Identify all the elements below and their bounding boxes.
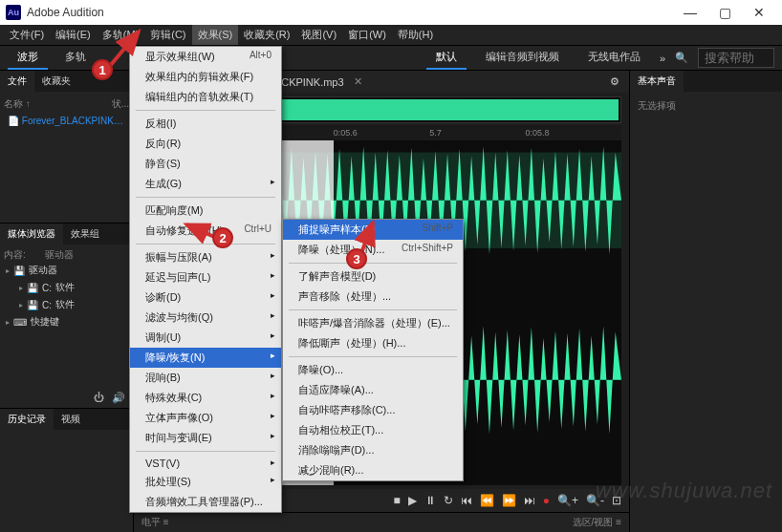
menu-invert[interactable]: 反相(I)	[130, 114, 281, 134]
annotation-badge-3: 3	[346, 248, 367, 269]
mini-transport: ⏻ 🔊	[0, 388, 133, 408]
menu-auto-heal[interactable]: 自动修复选区(H)Ctrl+U	[130, 221, 281, 241]
submenu-hiss-reduction[interactable]: 降低嘶声（处理）(H)...	[283, 333, 463, 353]
close-button[interactable]: ✕	[742, 5, 776, 20]
submenu-capture-noise-print[interactable]: 捕捉噪声样本(B)Shift+P	[283, 220, 463, 240]
title-bar: Au Adobe Audition — ▢ ✕	[0, 0, 782, 25]
annotation-badge-2: 2	[212, 227, 233, 248]
submenu-dereverb[interactable]: 减少混响(R)...	[283, 460, 463, 480]
effects-rack-tab[interactable]: 效果组	[63, 223, 107, 245]
help-search-input[interactable]	[698, 48, 774, 68]
maximize-button[interactable]: ▢	[707, 5, 742, 20]
record-button[interactable]: ●	[543, 494, 550, 507]
tree-drives[interactable]: 💾 驱动器	[4, 262, 129, 279]
menu-vst[interactable]: VST(V)▸	[130, 455, 281, 472]
left-panel-stack: 文件 收藏夹 名称 ↑状... 📄 Forever_BLACKPINK.mp3 …	[0, 71, 134, 532]
file-item[interactable]: 📄 Forever_BLACKPINK.mp3	[4, 113, 129, 129]
submenu-click-pop[interactable]: 咔嗒声/爆音消除器（处理）(E)...	[283, 313, 463, 333]
menu-clip[interactable]: 剪辑(C)	[144, 25, 191, 45]
menu-multitrack[interactable]: 多轨(M)	[97, 25, 145, 45]
video-tab[interactable]: 视频	[54, 409, 88, 430]
menu-special[interactable]: 特殊效果(C)▸	[130, 388, 281, 408]
submenu-denoise[interactable]: 降噪(O)...	[283, 360, 463, 380]
pause-button[interactable]: ⏸	[424, 494, 436, 507]
menu-reverb[interactable]: 混响(B)▸	[130, 368, 281, 388]
menu-edit[interactable]: 编辑(E)	[50, 25, 97, 45]
media-col-content: 内容:	[4, 248, 26, 262]
effects-menu-dropdown: 显示效果组(W)Alt+0 效果组内的剪辑效果(F) 编辑组内的音轨效果(T) …	[129, 46, 282, 513]
submenu-auto-phase[interactable]: 自动相位校正(T)...	[283, 420, 463, 440]
menu-view[interactable]: 视图(V)	[295, 25, 342, 45]
menu-diagnostics[interactable]: 诊断(D)▸	[130, 287, 281, 308]
menu-generate[interactable]: 生成(G)▸	[130, 174, 281, 194]
menu-bar: 文件(F) 编辑(E) 多轨(M) 剪辑(C) 效果(S) 收藏夹(R) 视图(…	[0, 25, 782, 46]
selection-view-tab[interactable]: 选区/视图 ≡	[573, 516, 621, 529]
noise-reduction-submenu: 捕捉噪声样本(B)Shift+P 降噪（处理）(N)...Ctrl+Shift+…	[282, 219, 464, 481]
menu-window[interactable]: 窗口(W)	[342, 25, 392, 45]
files-col-name[interactable]: 名称 ↑	[4, 98, 31, 109]
submenu-auto-click-remove[interactable]: 自动咔嗒声移除(C)...	[283, 400, 463, 420]
right-panel: 基本声音 无选择项	[629, 71, 782, 532]
mini-volume-icon[interactable]: 🔊	[112, 392, 125, 404]
loop-button[interactable]: ↻	[444, 494, 453, 507]
editor-close-icon[interactable]: ✕	[354, 75, 362, 88]
toolbar-more[interactable]: »	[660, 53, 665, 64]
history-tab[interactable]: 历史记录	[0, 409, 54, 430]
menu-plugin-manager[interactable]: 音频增效工具管理器(P)...	[130, 492, 281, 512]
submenu-learn-sound-model[interactable]: 了解声音模型(D)	[283, 266, 463, 287]
app-title: Adobe Audition	[27, 6, 104, 19]
workspace-multitrack[interactable]: 多轨	[55, 46, 96, 70]
submenu-noise-reduction-process[interactable]: 降噪（处理）(N)...Ctrl+Shift+P	[283, 240, 463, 260]
files-col-status[interactable]: 状...	[112, 97, 129, 111]
app-logo: Au	[6, 5, 21, 20]
layout-audio2video[interactable]: 编辑音频到视频	[476, 46, 569, 70]
workspace-bar: 波形 多轨 默认 编辑音频到视频 无线电作品 » 🔍	[0, 46, 782, 71]
favorites-tab[interactable]: 收藏夹	[34, 71, 78, 92]
menu-modulation[interactable]: 调制(U)▸	[130, 328, 281, 348]
skip-fwd-button[interactable]: ⏭	[524, 494, 535, 507]
submenu-sound-remover[interactable]: 声音移除（处理）...	[283, 287, 463, 307]
layout-radio[interactable]: 无线电作品	[578, 46, 650, 70]
search-icon: 🔍	[675, 52, 688, 64]
rewind-button[interactable]: ⏪	[480, 494, 494, 507]
menu-match-loudness[interactable]: 匹配响度(M)	[130, 201, 281, 221]
files-tab[interactable]: 文件	[0, 71, 34, 92]
workspace-waveform[interactable]: 波形	[8, 46, 48, 70]
menu-stereo-imagery[interactable]: 立体声声像(O)▸	[130, 408, 281, 428]
menu-silence[interactable]: 静音(S)	[130, 154, 281, 174]
menu-filter-eq[interactable]: 滤波与均衡(Q)▸	[130, 308, 281, 328]
mini-power-icon[interactable]: ⏻	[94, 392, 104, 404]
stop-button[interactable]: ■	[393, 494, 400, 507]
menu-noise-reduction[interactable]: 降噪/恢复(N)▸	[130, 348, 281, 368]
menu-clip-effects[interactable]: 效果组内的剪辑效果(F)	[130, 67, 281, 87]
annotation-badge-1: 1	[92, 59, 113, 80]
menu-help[interactable]: 帮助(H)	[392, 25, 439, 45]
tree-shortcuts[interactable]: ⌨ 快捷键	[4, 313, 129, 330]
menu-effects[interactable]: 效果(S)	[192, 25, 239, 45]
menu-time-pitch[interactable]: 时间与变调(E)▸	[130, 428, 281, 448]
skip-back-button[interactable]: ⏮	[461, 494, 472, 507]
menu-amplitude[interactable]: 振幅与压限(A)▸	[130, 247, 281, 267]
media-browser-tab[interactable]: 媒体浏览器	[0, 223, 63, 245]
zoom-in-icon[interactable]: 🔍+	[557, 494, 578, 507]
menu-delay-echo[interactable]: 延迟与回声(L)▸	[130, 267, 281, 287]
layout-default[interactable]: 默认	[426, 46, 467, 70]
minimize-button[interactable]: —	[673, 5, 707, 20]
tree-drive-c[interactable]: 💾 C: 软件	[17, 279, 129, 296]
levels-panel-tab[interactable]: 电平 ≡	[141, 516, 169, 529]
menu-favorites[interactable]: 收藏夹(R)	[238, 25, 295, 45]
menu-show-effects-rack[interactable]: 显示效果组(W)Alt+0	[130, 47, 281, 67]
menu-batch[interactable]: 批处理(S)▸	[130, 472, 281, 492]
forward-button[interactable]: ⏩	[502, 494, 516, 507]
watermark: www.shujuwa.net	[596, 479, 772, 503]
submenu-adaptive-noise[interactable]: 自适应降噪(A)...	[283, 380, 463, 400]
essential-sound-tab[interactable]: 基本声音	[630, 71, 684, 92]
menu-file[interactable]: 文件(F)	[4, 25, 50, 45]
editor-gear-icon[interactable]: ⚙	[610, 75, 619, 88]
tree-drive-c2[interactable]: 💾 C: 软件	[17, 296, 129, 313]
submenu-dehummer[interactable]: 消除嗡嗡声(D)...	[283, 440, 463, 460]
menu-reverse[interactable]: 反向(R)	[130, 134, 281, 154]
menu-track-effects[interactable]: 编辑组内的音轨效果(T)	[130, 87, 281, 107]
essential-sound-empty: 无选择项	[630, 92, 782, 120]
play-button[interactable]: ▶	[408, 494, 417, 507]
